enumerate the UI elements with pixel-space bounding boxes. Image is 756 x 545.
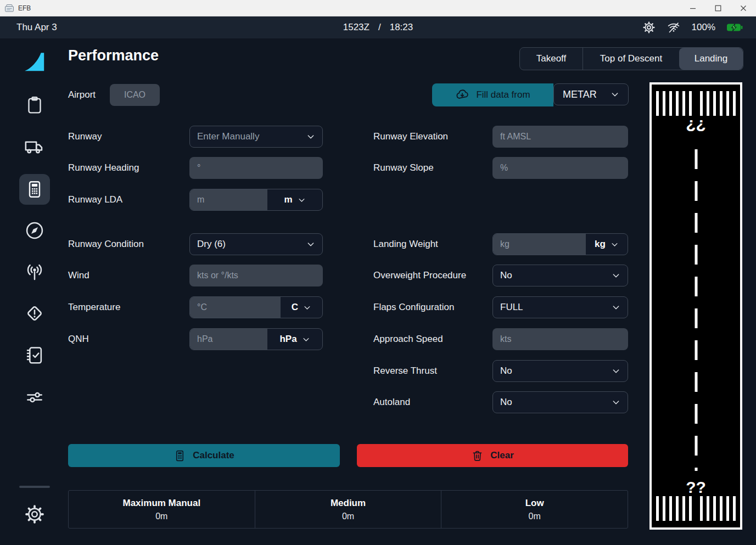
utc-time: 1523Z bbox=[343, 22, 369, 33]
airport-label: Airport bbox=[68, 83, 96, 106]
sidebar-item-sliders[interactable] bbox=[24, 387, 45, 408]
sidebar-item-checklist[interactable] bbox=[24, 345, 45, 366]
sidebar-item-truck[interactable] bbox=[24, 136, 45, 157]
result-value: 0m bbox=[155, 512, 167, 521]
results-table: Maximum Manual 0m Medium 0m Low 0m bbox=[68, 490, 628, 529]
flaps-configuration-label: Flaps Configuration bbox=[373, 296, 454, 318]
chevron-down-icon bbox=[298, 196, 306, 204]
tab-takeoff[interactable]: Takeoff bbox=[520, 48, 583, 70]
runway-condition-label: Runway Condition bbox=[68, 233, 144, 255]
autoland-label: Autoland bbox=[373, 391, 410, 413]
overweight-procedure-label: Overweight Procedure bbox=[373, 265, 466, 286]
tab-landing[interactable]: Landing bbox=[679, 48, 743, 70]
runway-elevation-input[interactable] bbox=[492, 126, 628, 148]
qnh-label: QNH bbox=[68, 328, 89, 350]
fill-source-select[interactable]: METAR bbox=[553, 83, 629, 105]
maximize-button[interactable] bbox=[705, 0, 731, 16]
performance-tabs: Takeoff Top of Descent Landing bbox=[519, 47, 743, 70]
close-button[interactable] bbox=[731, 0, 756, 16]
battery-charging-icon bbox=[726, 23, 743, 32]
chevron-down-icon bbox=[612, 303, 620, 312]
runway-lda-group: m bbox=[189, 189, 323, 211]
sidebar-divider bbox=[19, 486, 50, 488]
calculator-icon bbox=[173, 450, 186, 462]
runway-diagram: ?? ?? bbox=[649, 82, 742, 530]
runway-select[interactable]: Enter Manually bbox=[189, 126, 323, 148]
runway-heading-input[interactable] bbox=[189, 157, 323, 179]
landing-weight-unit-select[interactable]: kg bbox=[586, 234, 628, 255]
temperature-label: Temperature bbox=[68, 296, 120, 318]
runway-threshold-stripes-near bbox=[656, 496, 736, 521]
chevron-down-icon bbox=[611, 90, 619, 99]
result-maximum-manual: Maximum Manual 0m bbox=[69, 491, 255, 528]
landing-weight-group: kg bbox=[492, 233, 628, 255]
runway-designator-near: ?? bbox=[652, 479, 740, 496]
wifi-off-icon bbox=[667, 21, 681, 34]
chevron-down-icon bbox=[612, 398, 620, 407]
overweight-procedure-select[interactable]: No bbox=[492, 265, 628, 286]
battery-percent: 100% bbox=[692, 22, 715, 33]
runway-designator-far: ?? bbox=[652, 117, 740, 134]
chevron-down-icon bbox=[611, 240, 619, 249]
result-medium: Medium 0m bbox=[255, 491, 441, 528]
wind-label: Wind bbox=[68, 265, 89, 286]
window-titlebar: EFB bbox=[0, 0, 756, 16]
chevron-down-icon bbox=[303, 304, 311, 312]
tab-top-of-descent[interactable]: Top of Descent bbox=[583, 48, 679, 70]
temperature-input[interactable] bbox=[190, 297, 281, 318]
wind-input[interactable] bbox=[189, 265, 323, 286]
chevron-down-icon bbox=[612, 367, 620, 375]
cloud-download-icon bbox=[455, 88, 469, 102]
runway-lda-unit-select[interactable]: m bbox=[267, 189, 322, 210]
runway-elevation-label: Runway Elevation bbox=[373, 126, 448, 148]
page-title: Performance bbox=[68, 47, 159, 64]
airport-icao-input[interactable] bbox=[110, 84, 160, 106]
autoland-select[interactable]: No bbox=[492, 391, 628, 413]
runway-condition-select[interactable]: Dry (6) bbox=[189, 233, 323, 255]
runway-slope-input[interactable] bbox=[492, 157, 628, 179]
sidebar-item-calculator[interactable] bbox=[19, 174, 50, 205]
approach-speed-label: Approach Speed bbox=[373, 328, 443, 350]
result-value: 0m bbox=[342, 512, 354, 521]
time-separator: / bbox=[378, 22, 381, 33]
runway-lda-label: Runway LDA bbox=[68, 189, 122, 211]
qnh-group: hPa bbox=[189, 328, 323, 350]
chevron-down-icon bbox=[306, 240, 315, 249]
result-low: Low 0m bbox=[441, 491, 628, 528]
result-value: 0m bbox=[529, 512, 541, 521]
fill-data-button[interactable]: Fill data from bbox=[432, 83, 553, 106]
status-bar: Thu Apr 3 1523Z / 18:23 bbox=[0, 16, 756, 38]
window-controls bbox=[680, 0, 756, 16]
sidebar-item-compass[interactable] bbox=[24, 220, 45, 241]
sidebar-item-settings[interactable] bbox=[24, 504, 45, 525]
sidebar-item-antenna[interactable] bbox=[24, 263, 45, 284]
landing-weight-label: Landing Weight bbox=[373, 233, 438, 255]
runway-lda-input[interactable] bbox=[190, 189, 267, 210]
settings-icon[interactable] bbox=[642, 21, 656, 34]
date-label: Thu Apr 3 bbox=[16, 22, 57, 33]
temperature-group: C bbox=[189, 296, 323, 318]
qnh-input[interactable] bbox=[190, 329, 267, 350]
window-title: EFB bbox=[18, 4, 31, 12]
chevron-down-icon bbox=[306, 132, 315, 141]
approach-speed-input[interactable] bbox=[492, 328, 628, 350]
landing-weight-input[interactable] bbox=[493, 234, 586, 255]
sidebar-item-warning[interactable] bbox=[24, 303, 45, 324]
minimize-button[interactable] bbox=[680, 0, 705, 16]
runway-centerline bbox=[695, 149, 697, 471]
calculate-button[interactable]: Calculate bbox=[68, 444, 340, 467]
chevron-down-icon bbox=[302, 335, 310, 344]
temperature-unit-select[interactable]: C bbox=[281, 297, 322, 318]
reverse-thrust-label: Reverse Thrust bbox=[373, 360, 437, 382]
trash-icon bbox=[471, 450, 484, 462]
flaps-configuration-select[interactable]: FULL bbox=[492, 296, 628, 318]
local-time: 18:23 bbox=[390, 22, 413, 33]
clear-button[interactable]: Clear bbox=[357, 444, 628, 467]
sidebar-item-clipboard[interactable] bbox=[24, 94, 45, 115]
qnh-unit-select[interactable]: hPa bbox=[267, 329, 322, 350]
runway-threshold-stripes-far bbox=[656, 91, 736, 116]
reverse-thrust-select[interactable]: No bbox=[492, 360, 628, 382]
runway-heading-label: Runway Heading bbox=[68, 157, 139, 179]
app-icon bbox=[5, 4, 14, 12]
chevron-down-icon bbox=[612, 271, 620, 280]
